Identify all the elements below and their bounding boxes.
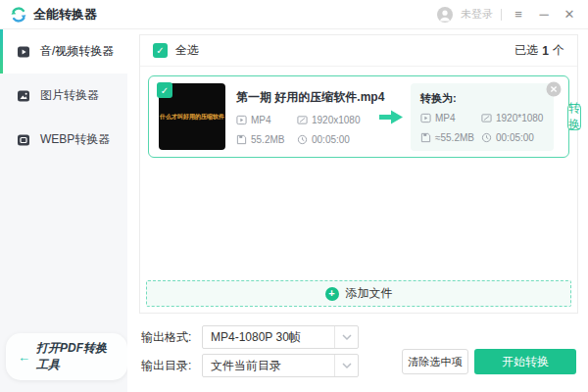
sidebar-item-webp-converter[interactable]: WEBP转换器 (0, 118, 127, 162)
app-logo: 全能转换器 (10, 6, 97, 24)
clock-icon (481, 132, 492, 143)
plus-icon: + (325, 287, 339, 301)
audio-video-converter-icon (16, 44, 31, 60)
output-directory-select[interactable]: 文件当前目录 (202, 354, 359, 377)
target-duration: 00:05:00 (481, 132, 556, 143)
titlebar: 全能转换器 未登录 ≡ ─ ✕ (0, 0, 588, 29)
selected-count-prefix: 已选 (514, 42, 538, 59)
sidebar-item-label: WEBP转换器 (40, 131, 110, 148)
selected-count-number: 1 (542, 44, 549, 58)
output-directory-value: 文件当前目录 (203, 358, 334, 374)
file-name: 第一期 好用的压缩软件.mp4 (236, 89, 371, 106)
image-converter-icon (16, 88, 31, 104)
webp-converter-icon (16, 132, 31, 148)
play-square-icon (420, 113, 431, 123)
check-icon: ✓ (161, 85, 169, 96)
save-icon (420, 132, 431, 143)
select-all-checkbox[interactable]: ✓ (153, 43, 168, 58)
convert-button[interactable]: 转换 (567, 104, 581, 130)
target-size: ≈55.2MB (420, 132, 481, 143)
converter-app-window: 全能转换器 未登录 ≡ ─ ✕ 音/视频转换器 (0, 0, 588, 392)
source-resolution: 1920x1080 (297, 115, 371, 125)
output-format-select[interactable]: MP4-1080P 30帧 (202, 325, 359, 349)
back-arrow-icon: ← (18, 350, 30, 365)
target-format: MP4 (420, 113, 481, 123)
sidebar: 音/视频转换器 图片转换器 WEBP转换器 ← 打开PDF转换工具 (0, 29, 127, 392)
login-status[interactable]: 未登录 (461, 7, 493, 22)
close-icon[interactable]: ✕ (561, 6, 578, 24)
avatar-icon[interactable] (437, 7, 453, 23)
clear-selected-button[interactable]: 清除选中项 (402, 349, 468, 374)
minimize-icon[interactable]: ─ (535, 6, 553, 24)
thumbnail-caption: 什么才叫好用的压缩软件 (160, 113, 224, 122)
select-all-label: 全选 (175, 42, 199, 59)
main-content: ✓ 全选 已选 1 个 ✓ 什么才叫好用的压缩软件 第一期 好用的压缩软件 (127, 29, 588, 392)
chevron-down-icon[interactable] (334, 355, 358, 376)
file-checkbox[interactable]: ✓ (157, 82, 172, 98)
convert-to-label: 转换为: (420, 91, 544, 106)
check-icon: ✓ (156, 45, 164, 56)
output-directory-label: 输出目录: (141, 358, 202, 374)
output-format-label: 输出格式: (141, 329, 202, 346)
screen-icon (481, 113, 492, 123)
start-convert-button[interactable]: 开始转换 (474, 349, 576, 374)
output-directory-row: 输出目录: 文件当前目录 (141, 354, 359, 377)
open-pdf-tool-button[interactable]: ← 打开PDF转换工具 (6, 333, 127, 380)
source-format: MP4 (236, 115, 297, 125)
selected-count-suffix: 个 (553, 42, 564, 59)
sync-logo-icon (10, 6, 27, 24)
save-icon (236, 134, 247, 145)
source-duration: 00:05:00 (297, 134, 371, 145)
convert-target-info: 转换为: MP4 (411, 83, 554, 151)
output-format-row: 输出格式: MP4-1080P 30帧 (141, 325, 359, 349)
selected-count: 已选 1 个 (514, 42, 564, 59)
play-square-icon (236, 115, 247, 125)
sidebar-item-image-converter[interactable]: 图片转换器 (0, 74, 127, 118)
titlebar-divider (501, 9, 502, 21)
sidebar-item-audio-video-converter[interactable]: 音/视频转换器 (0, 29, 127, 74)
clock-icon (297, 134, 308, 145)
file-card[interactable]: ✓ 什么才叫好用的压缩软件 第一期 好用的压缩软件.mp4 MP4 (148, 75, 569, 158)
app-title: 全能转换器 (33, 6, 97, 24)
file-list-panel: ✓ 全选 已选 1 个 ✓ 什么才叫好用的压缩软件 第一期 好用的压缩软件 (139, 34, 578, 314)
sidebar-item-label: 图片转换器 (40, 87, 99, 104)
remove-file-icon[interactable] (546, 81, 562, 97)
list-header: ✓ 全选 已选 1 个 (140, 35, 577, 67)
add-file-label: 添加文件 (346, 285, 393, 302)
target-resolution: 1920*1080 (481, 113, 556, 123)
chevron-down-icon[interactable] (334, 326, 358, 348)
add-file-button[interactable]: + 添加文件 (146, 280, 571, 307)
screen-icon (297, 115, 308, 125)
output-format-value: MP4-1080P 30帧 (203, 329, 334, 346)
open-pdf-tool-label: 打开PDF转换工具 (36, 340, 114, 373)
source-size: 55.2MB (236, 134, 297, 145)
menu-icon[interactable]: ≡ (510, 6, 527, 24)
source-file-info: 第一期 好用的压缩软件.mp4 MP4 (236, 89, 371, 145)
arrow-right-icon (378, 109, 404, 125)
sidebar-item-label: 音/视频转换器 (40, 43, 114, 60)
